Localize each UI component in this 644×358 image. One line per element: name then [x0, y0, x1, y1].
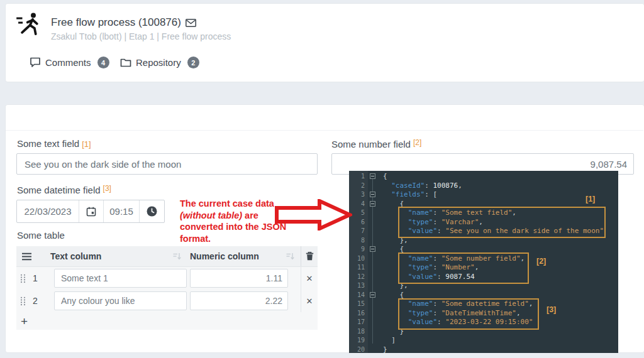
line-number: 9 — [349, 245, 368, 254]
calendar-button[interactable] — [79, 200, 104, 222]
case-header-card: Free flow process (100876) Zsakul Ttob (… — [5, 3, 644, 82]
line-number: 16 — [349, 309, 368, 318]
row-number: 2 — [33, 296, 38, 306]
table-label: Some table — [17, 230, 65, 241]
table-rows: 1✕2✕ — [16, 267, 318, 312]
trash-icon[interactable] — [306, 252, 314, 261]
annotation-line: format. — [180, 233, 312, 245]
line-number: 12 — [349, 273, 368, 282]
line-number: 2 — [349, 182, 368, 191]
text-field-ref: [1] — [82, 139, 91, 149]
code-line: 3 "fields": [ — [349, 190, 618, 200]
running-process-icon — [16, 11, 42, 38]
delete-row-button[interactable]: ✕ — [306, 274, 313, 283]
code-fold-icon[interactable] — [370, 173, 375, 179]
calendar-icon — [86, 207, 96, 217]
line-number: 11 — [349, 263, 368, 273]
clock-icon — [147, 206, 157, 217]
speech-bubble-icon — [30, 57, 41, 68]
table-footer: + — [16, 312, 318, 330]
text-field-label: Some text field[1] — [17, 138, 91, 149]
tab-comments-label: Comments — [45, 57, 91, 68]
code-fold-icon[interactable] — [370, 201, 375, 207]
text-cell-input[interactable] — [54, 291, 187, 310]
line-number: 18 — [349, 327, 368, 337]
line-number: 15 — [349, 300, 368, 309]
sort-icon[interactable] — [286, 252, 294, 260]
json-code-panel: 1{2 "caseId": 100876,3 "fields": [4 {5 "… — [349, 171, 618, 353]
page: Free flow process (100876) Zsakul Ttob (… — [0, 0, 644, 358]
code-line: 19 ] — [349, 336, 618, 345]
table-row: 1✕ — [16, 267, 318, 290]
comments-count-badge: 4 — [97, 57, 109, 68]
line-number: 17 — [349, 318, 368, 327]
row-number: 1 — [33, 273, 38, 283]
column-header-text[interactable]: Text column — [50, 251, 101, 261]
sort-icon[interactable] — [173, 252, 181, 260]
json-ref-2: [2] — [536, 257, 546, 266]
section-divider — [6, 130, 643, 131]
json-ref-1: [1] — [586, 195, 595, 203]
line-number: 13 — [349, 281, 368, 291]
line-number: 1 — [349, 172, 368, 182]
line-number: 14 — [349, 291, 368, 300]
json-ref-3: [3] — [547, 305, 556, 314]
code-fold-icon[interactable] — [370, 292, 375, 298]
numeric-cell-input[interactable] — [190, 269, 288, 288]
json-highlight-box-3 — [398, 298, 539, 330]
json-highlight-box-1 — [398, 207, 606, 238]
tab-comments[interactable]: Comments 4 — [30, 57, 109, 68]
line-number: 3 — [349, 190, 368, 200]
numeric-cell-input[interactable] — [190, 291, 288, 310]
number-field-ref: [2] — [413, 138, 421, 147]
page-title: Free flow process (100876) — [51, 16, 181, 29]
number-field-label: Some number field[2] — [331, 138, 421, 149]
datetime-field-label: Some datetime field[3] — [17, 184, 111, 195]
code-line: 2 "caseId": 100876, — [349, 182, 618, 191]
tab-repository[interactable]: Repository 2 — [120, 57, 199, 68]
date-input[interactable]: 22/03/2023 — [17, 200, 79, 222]
text-field-input[interactable] — [16, 153, 318, 175]
line-number: 10 — [349, 254, 368, 264]
annotation-arrow — [274, 199, 352, 231]
time-input[interactable]: 09:15 — [104, 200, 140, 222]
table-header: Text column Numeric column — [16, 246, 318, 267]
drag-handle-icon[interactable] — [20, 296, 26, 306]
json-highlight-box-2 — [398, 252, 529, 284]
line-number: 8 — [349, 236, 368, 246]
table-row: 2✕ — [16, 290, 318, 312]
hamburger-icon[interactable] — [21, 252, 32, 261]
code-line: 20} — [349, 345, 618, 355]
folder-icon — [120, 58, 131, 67]
code-line: 1{ — [349, 172, 618, 182]
code-fold-icon[interactable] — [370, 192, 375, 197]
code-fold-icon[interactable] — [370, 246, 375, 252]
line-number: 20 — [349, 345, 368, 355]
drag-handle-icon[interactable] — [20, 274, 26, 283]
datetime-field-group: 22/03/2023 09:15 — [16, 200, 165, 223]
line-number: 19 — [349, 336, 368, 345]
case-subtitle: Zsakul Ttob (lbott) | Etap 1 | Free flow… — [51, 31, 231, 41]
editable-table: Text column Numeric column — [16, 246, 318, 330]
tab-repository-label: Repository — [136, 57, 181, 68]
clock-button[interactable] — [140, 200, 164, 222]
add-row-button[interactable]: + — [21, 315, 28, 327]
repository-count-badge: 2 — [187, 57, 199, 68]
envelope-icon[interactable] — [186, 19, 196, 27]
text-cell-input[interactable] — [54, 269, 187, 288]
datetime-field-ref: [3] — [103, 184, 111, 193]
delete-row-button[interactable]: ✕ — [306, 296, 313, 306]
column-header-numeric[interactable]: Numeric column — [190, 251, 259, 261]
